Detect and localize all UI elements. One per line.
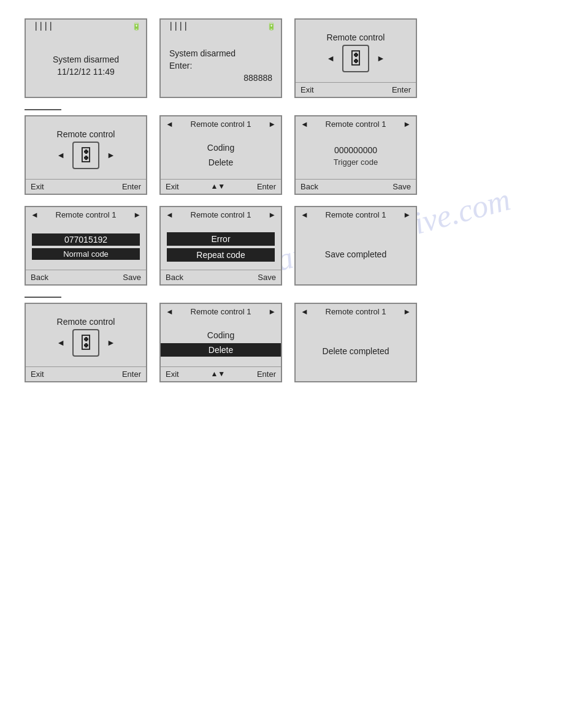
- title-center-5: Remote control 1: [174, 119, 268, 129]
- battery-icon-2: 🔋: [267, 22, 276, 31]
- title-left-12: ◄: [301, 307, 308, 316]
- exit-label-11: Exit: [166, 370, 179, 379]
- save-completed-message: Save completed: [302, 249, 410, 259]
- title-right-5: ►: [268, 119, 276, 129]
- battery-icon: 🔋: [132, 22, 141, 31]
- delete-completed-message: Delete completed: [302, 346, 410, 356]
- exit-label-1: Exit: [301, 85, 314, 94]
- title-center-9: Remote control 1: [308, 210, 403, 219]
- title-center-6: Remote control 1: [308, 119, 403, 129]
- right-arrow-icon-1: ►: [377, 53, 385, 63]
- title-center-12: Remote control 1: [308, 307, 403, 316]
- title-left-5: ◄: [166, 119, 174, 129]
- signal-icon: ▕▕▕▕: [31, 22, 50, 31]
- lcd-body-6: 000000000 Trigger code: [296, 131, 416, 179]
- title-right-9: ►: [403, 210, 411, 219]
- enter-label-5: Enter: [257, 182, 276, 191]
- repeat-code-label: Repeat code: [167, 248, 275, 262]
- lcd-menu-items-5: Coding Delete: [161, 131, 281, 179]
- save-label-6: Save: [393, 182, 411, 191]
- remote-icon-3: 🎛: [72, 329, 99, 357]
- lcd-remote-nav-1: Remote control ◄ 🎛 ► Exit Enter: [294, 18, 417, 98]
- title-right-8: ►: [268, 210, 276, 219]
- remote-control-title-3: Remote control: [32, 317, 140, 327]
- title-right-12: ►: [403, 307, 411, 316]
- lcd-body-4: Remote control ◄ 🎛 ►: [26, 116, 146, 179]
- system-disarmed-label-1: System disarmed: [32, 55, 140, 64]
- system-disarmed-label-2: System disarmed: [167, 48, 275, 58]
- lcd-delete-completed: ◄ Remote control 1 ► Delete completed: [294, 303, 417, 382]
- title-left-7: ◄: [31, 210, 39, 219]
- lcd-title-row-8: ◄ Remote control 1 ►: [161, 207, 281, 221]
- lcd-footer-10: Exit Enter: [26, 366, 146, 381]
- menu-item-delete: Delete: [161, 156, 281, 169]
- title-center-7: Remote control 1: [39, 210, 133, 219]
- screen-row-3: ◄ Remote control 1 ► 077015192 Normal co…: [25, 206, 538, 286]
- lcd-body-1: System disarmed 11/12/12 11:49: [26, 32, 146, 97]
- lcd-body-10: Remote control ◄ 🎛 ►: [26, 304, 146, 366]
- lcd-footer-8: Back Save: [161, 270, 281, 284]
- datetime-label: 11/12/12 11:49: [32, 67, 140, 77]
- remote-nav-arrows: ◄ 🎛 ►: [326, 45, 385, 72]
- top-icons-2: ▕▕▕▕ 🔋: [161, 20, 281, 32]
- lcd-body-8: Error Repeat code: [161, 221, 281, 270]
- right-arrow-icon-2: ►: [107, 150, 115, 160]
- lcd-body-9: Save completed: [296, 221, 416, 284]
- lcd-title-row-5: ◄ Remote control 1 ►: [161, 116, 281, 131]
- title-left-6: ◄: [301, 119, 308, 129]
- back-label-7: Back: [31, 273, 48, 282]
- enter-label-11: Enter: [257, 370, 276, 379]
- title-right-6: ►: [403, 119, 411, 129]
- section-divider-2: [25, 297, 61, 298]
- lcd-footer-5: Exit ▲▼ Enter: [161, 179, 281, 194]
- enter-label-3: Enter: [122, 370, 141, 379]
- lcd-remote-nav-3: Remote control ◄ 🎛 ► Exit Enter: [25, 303, 147, 382]
- enter-label: Enter:: [167, 61, 275, 70]
- enter-label-1: Enter: [392, 85, 411, 94]
- section-divider-1: [25, 109, 61, 110]
- lcd-body-2: System disarmed Enter: 888888: [161, 32, 281, 97]
- remote-icon-2: 🎛: [72, 142, 99, 169]
- normal-code-label: Normal code: [32, 248, 140, 260]
- menu-item-coding-2: Coding: [161, 328, 281, 342]
- lcd-body-7: 077015192 Normal code: [26, 221, 146, 270]
- lcd-title-row-7: ◄ Remote control 1 ►: [26, 207, 146, 221]
- exit-label-5: Exit: [166, 182, 179, 191]
- save-label-8: Save: [258, 273, 276, 282]
- exit-label-2: Exit: [31, 182, 44, 191]
- lcd-remote-nav-2: Remote control ◄ 🎛 ► Exit Enter: [25, 115, 147, 195]
- code-value-7: 077015192: [32, 233, 140, 246]
- title-left-11: ◄: [166, 307, 174, 316]
- menu-item-coding: Coding: [161, 141, 281, 154]
- back-label-8: Back: [166, 273, 183, 282]
- code-value: 888888: [167, 73, 275, 83]
- remote-icon-1: 🎛: [342, 45, 369, 72]
- save-label-7: Save: [123, 273, 141, 282]
- left-arrow-icon-2: ◄: [56, 150, 65, 160]
- lcd-footer-11: Exit ▲▼ Enter: [161, 366, 281, 381]
- left-arrow-icon-1: ◄: [326, 53, 335, 63]
- remote-nav-arrows-2: ◄ 🎛 ►: [56, 142, 115, 169]
- lcd-title-row-9: ◄ Remote control 1 ►: [296, 207, 416, 221]
- title-left-9: ◄: [301, 210, 308, 219]
- remote-control-title-2: Remote control: [32, 129, 140, 139]
- lcd-error-repeat: ◄ Remote control 1 ► Error Repeat code B…: [159, 206, 282, 286]
- title-right-7: ►: [133, 210, 141, 219]
- lcd-menu-items-11: Coding Delete: [161, 318, 281, 366]
- code-value-6: 000000000: [302, 145, 410, 155]
- lcd-menu-coding-delete: ◄ Remote control 1 ► Coding Delete Exit …: [159, 115, 282, 195]
- lcd-footer-7: Back Save: [26, 270, 146, 284]
- title-center-11: Remote control 1: [174, 307, 268, 316]
- lcd-footer-6: Back Save: [296, 179, 416, 194]
- right-arrow-icon-3: ►: [107, 338, 115, 347]
- screen-row-4: Remote control ◄ 🎛 ► Exit Enter ◄ Remote…: [25, 303, 538, 382]
- lcd-code-entry-normal: ◄ Remote control 1 ► 077015192 Normal co…: [25, 206, 147, 286]
- lcd-title-row-12: ◄ Remote control 1 ►: [296, 304, 416, 318]
- lcd-footer-4: Exit Enter: [26, 179, 146, 194]
- top-icons-1: ▕▕▕▕ 🔋: [26, 20, 146, 32]
- trigger-code-label: Trigger code: [302, 157, 410, 167]
- updown-icon-11: ▲▼: [210, 370, 225, 379]
- lcd-menu-delete-selected: ◄ Remote control 1 ► Coding Delete Exit …: [159, 303, 282, 382]
- screen-row-2: Remote control ◄ 🎛 ► Exit Enter ◄ Remote…: [25, 115, 538, 195]
- remote-control-title-1: Remote control: [302, 32, 410, 42]
